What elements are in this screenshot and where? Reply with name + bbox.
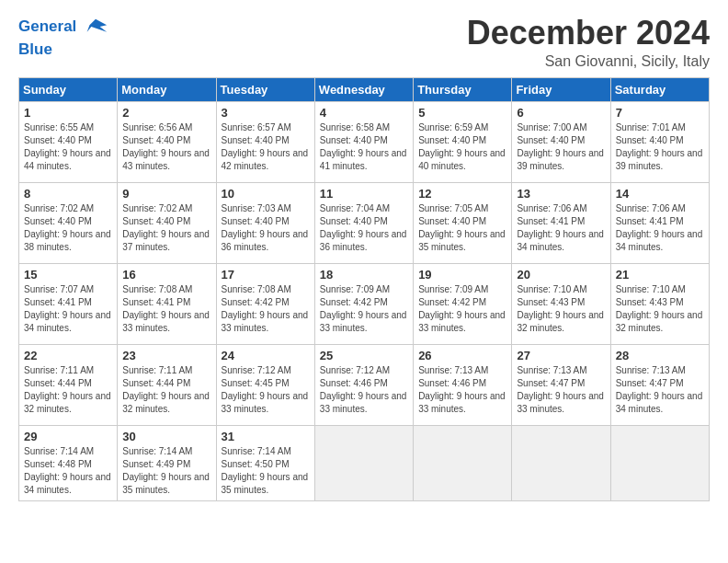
day-info: Sunrise: 7:02 AMSunset: 4:40 PMDaylight:…	[122, 202, 210, 254]
day-number: 16	[122, 268, 210, 282]
day-info: Sunrise: 6:55 AMSunset: 4:40 PMDaylight:…	[24, 121, 112, 173]
day-number: 7	[616, 106, 704, 120]
day-info: Sunrise: 7:01 AMSunset: 4:40 PMDaylight:…	[616, 121, 704, 173]
title-block: December 2024 San Giovanni, Sicily, Ital…	[467, 15, 710, 70]
logo-general: General	[18, 17, 76, 35]
day-number: 26	[418, 349, 506, 362]
weekday-wednesday: Wednesday	[314, 77, 413, 101]
calendar-cell: 5Sunrise: 6:59 AMSunset: 4:40 PMDaylight…	[414, 101, 512, 182]
day-info: Sunrise: 6:56 AMSunset: 4:40 PMDaylight:…	[122, 121, 210, 173]
day-info: Sunrise: 6:57 AMSunset: 4:40 PMDaylight:…	[222, 121, 310, 173]
calendar-cell	[610, 425, 709, 500]
calendar-cell: 3Sunrise: 6:57 AMSunset: 4:40 PMDaylight…	[216, 101, 314, 182]
day-number: 21	[616, 268, 704, 282]
day-number: 15	[24, 268, 112, 282]
calendar-cell: 10Sunrise: 7:03 AMSunset: 4:40 PMDayligh…	[216, 182, 314, 263]
day-info: Sunrise: 7:14 AMSunset: 4:50 PMDaylight:…	[222, 445, 310, 497]
day-number: 30	[122, 430, 210, 443]
day-info: Sunrise: 6:58 AMSunset: 4:40 PMDaylight:…	[320, 121, 408, 173]
calendar-cell	[414, 425, 512, 500]
day-info: Sunrise: 7:04 AMSunset: 4:40 PMDaylight:…	[320, 202, 408, 254]
calendar-cell: 29Sunrise: 7:14 AMSunset: 4:48 PMDayligh…	[19, 425, 118, 500]
day-info: Sunrise: 7:09 AMSunset: 4:42 PMDaylight:…	[320, 283, 408, 335]
calendar-week-2: 8Sunrise: 7:02 AMSunset: 4:40 PMDaylight…	[19, 182, 710, 263]
calendar-cell: 9Sunrise: 7:02 AMSunset: 4:40 PMDaylight…	[118, 182, 216, 263]
calendar-cell: 23Sunrise: 7:11 AMSunset: 4:44 PMDayligh…	[118, 344, 216, 425]
calendar-cell: 22Sunrise: 7:11 AMSunset: 4:44 PMDayligh…	[19, 344, 118, 425]
calendar-week-5: 29Sunrise: 7:14 AMSunset: 4:48 PMDayligh…	[19, 425, 710, 500]
day-number: 2	[122, 106, 210, 120]
calendar-week-1: 1Sunrise: 6:55 AMSunset: 4:40 PMDaylight…	[19, 101, 710, 182]
calendar-cell: 6Sunrise: 7:00 AMSunset: 4:40 PMDaylight…	[512, 101, 610, 182]
day-info: Sunrise: 7:06 AMSunset: 4:41 PMDaylight:…	[616, 202, 704, 254]
day-number: 23	[122, 349, 210, 362]
day-number: 19	[418, 268, 506, 282]
day-number: 17	[222, 268, 310, 282]
calendar-cell: 18Sunrise: 7:09 AMSunset: 4:42 PMDayligh…	[314, 263, 413, 344]
weekday-header-row: SundayMondayTuesdayWednesdayThursdayFrid…	[19, 77, 710, 101]
day-info: Sunrise: 7:08 AMSunset: 4:42 PMDaylight:…	[222, 283, 310, 335]
day-number: 27	[517, 349, 605, 362]
calendar-cell: 31Sunrise: 7:14 AMSunset: 4:50 PMDayligh…	[216, 425, 314, 500]
weekday-thursday: Thursday	[414, 77, 512, 101]
day-info: Sunrise: 7:03 AMSunset: 4:40 PMDaylight:…	[222, 202, 310, 254]
day-info: Sunrise: 7:08 AMSunset: 4:41 PMDaylight:…	[122, 283, 210, 335]
calendar-cell: 24Sunrise: 7:12 AMSunset: 4:45 PMDayligh…	[216, 344, 314, 425]
day-info: Sunrise: 7:05 AMSunset: 4:40 PMDaylight:…	[418, 202, 506, 254]
day-number: 9	[122, 187, 210, 201]
day-number: 14	[616, 187, 704, 201]
day-number: 22	[24, 349, 112, 362]
day-info: Sunrise: 7:13 AMSunset: 4:47 PMDaylight:…	[616, 364, 704, 416]
day-info: Sunrise: 7:02 AMSunset: 4:40 PMDaylight:…	[24, 202, 112, 254]
day-info: Sunrise: 7:14 AMSunset: 4:48 PMDaylight:…	[24, 445, 112, 497]
day-info: Sunrise: 6:59 AMSunset: 4:40 PMDaylight:…	[418, 121, 506, 173]
calendar-cell: 26Sunrise: 7:13 AMSunset: 4:46 PMDayligh…	[414, 344, 512, 425]
day-info: Sunrise: 7:11 AMSunset: 4:44 PMDaylight:…	[24, 364, 112, 416]
day-number: 11	[320, 187, 408, 201]
day-info: Sunrise: 7:14 AMSunset: 4:49 PMDaylight:…	[122, 445, 210, 497]
day-number: 28	[616, 349, 704, 362]
day-number: 13	[517, 187, 605, 201]
calendar-cell: 15Sunrise: 7:07 AMSunset: 4:41 PMDayligh…	[19, 263, 118, 344]
calendar-cell: 20Sunrise: 7:10 AMSunset: 4:43 PMDayligh…	[512, 263, 610, 344]
weekday-tuesday: Tuesday	[216, 77, 314, 101]
calendar-week-3: 15Sunrise: 7:07 AMSunset: 4:41 PMDayligh…	[19, 263, 710, 344]
calendar-cell: 19Sunrise: 7:09 AMSunset: 4:42 PMDayligh…	[414, 263, 512, 344]
day-info: Sunrise: 7:13 AMSunset: 4:46 PMDaylight:…	[418, 364, 506, 416]
header: General Blue December 2024 San Giovanni,…	[18, 15, 710, 70]
day-number: 18	[320, 268, 408, 282]
subtitle: San Giovanni, Sicily, Italy	[467, 53, 710, 70]
calendar-cell: 1Sunrise: 6:55 AMSunset: 4:40 PMDaylight…	[19, 101, 118, 182]
day-number: 1	[24, 106, 112, 120]
day-info: Sunrise: 7:12 AMSunset: 4:45 PMDaylight:…	[222, 364, 310, 416]
calendar-cell: 2Sunrise: 6:56 AMSunset: 4:40 PMDaylight…	[118, 101, 216, 182]
calendar-cell: 13Sunrise: 7:06 AMSunset: 4:41 PMDayligh…	[512, 182, 610, 263]
day-number: 31	[222, 430, 310, 443]
calendar-cell: 21Sunrise: 7:10 AMSunset: 4:43 PMDayligh…	[610, 263, 709, 344]
logo: General Blue	[18, 15, 108, 59]
calendar-week-4: 22Sunrise: 7:11 AMSunset: 4:44 PMDayligh…	[19, 344, 710, 425]
day-number: 5	[418, 106, 506, 120]
weekday-monday: Monday	[118, 77, 216, 101]
calendar-cell: 8Sunrise: 7:02 AMSunset: 4:40 PMDaylight…	[19, 182, 118, 263]
day-info: Sunrise: 7:11 AMSunset: 4:44 PMDaylight:…	[122, 364, 210, 416]
weekday-saturday: Saturday	[610, 77, 709, 101]
calendar-cell	[512, 425, 610, 500]
calendar-cell: 30Sunrise: 7:14 AMSunset: 4:49 PMDayligh…	[118, 425, 216, 500]
page-container: General Blue December 2024 San Giovanni,…	[0, 0, 728, 511]
day-number: 4	[320, 106, 408, 120]
weekday-friday: Friday	[512, 77, 610, 101]
day-number: 25	[320, 349, 408, 362]
day-number: 10	[222, 187, 310, 201]
calendar-cell: 25Sunrise: 7:12 AMSunset: 4:46 PMDayligh…	[314, 344, 413, 425]
day-info: Sunrise: 7:12 AMSunset: 4:46 PMDaylight:…	[320, 364, 408, 416]
weekday-sunday: Sunday	[19, 77, 118, 101]
calendar-cell: 12Sunrise: 7:05 AMSunset: 4:40 PMDayligh…	[414, 182, 512, 263]
calendar-body: 1Sunrise: 6:55 AMSunset: 4:40 PMDaylight…	[19, 101, 710, 500]
day-number: 3	[222, 106, 310, 120]
day-number: 6	[517, 106, 605, 120]
calendar-cell: 14Sunrise: 7:06 AMSunset: 4:41 PMDayligh…	[610, 182, 709, 263]
day-number: 24	[222, 349, 310, 362]
day-info: Sunrise: 7:00 AMSunset: 4:40 PMDaylight:…	[517, 121, 605, 173]
logo-blue: Blue	[18, 40, 108, 59]
